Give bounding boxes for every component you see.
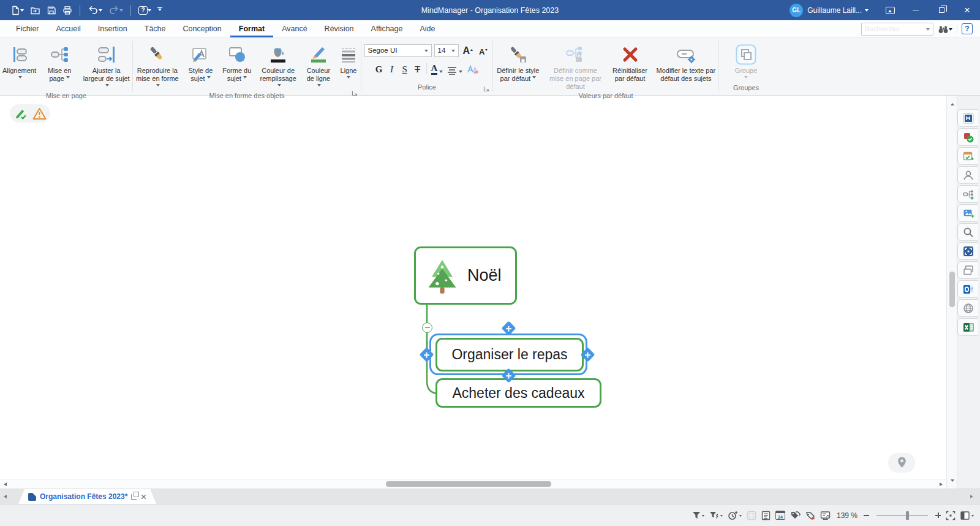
customize-quick-access-button[interactable] xyxy=(154,2,165,18)
icon-view-button[interactable] xyxy=(805,511,815,520)
search-input[interactable] xyxy=(865,25,926,32)
save-button[interactable] xyxy=(43,2,59,18)
tab-tache[interactable]: Tâche xyxy=(136,20,175,37)
font-size-select[interactable]: 14 xyxy=(434,44,459,57)
search-box[interactable] xyxy=(861,23,933,36)
presentation-view-button[interactable] xyxy=(820,511,831,520)
horizontal-scrollbar-thumb[interactable] xyxy=(386,481,551,487)
scroll-down-arrow[interactable] xyxy=(947,476,957,486)
minimize-button[interactable] xyxy=(903,0,929,20)
vertical-scrollbar[interactable] xyxy=(946,96,957,489)
zoom-slider-handle[interactable] xyxy=(906,511,909,520)
ajuster-largeur-button[interactable]: Ajuster la largeur de sujet xyxy=(80,41,132,92)
panel-layout-button[interactable] xyxy=(960,511,974,520)
print-button[interactable] xyxy=(59,2,75,18)
dialog-launcher-icon[interactable] xyxy=(352,90,358,97)
italic-button[interactable]: I xyxy=(386,62,398,75)
close-tab-icon[interactable] xyxy=(140,492,146,502)
collapse-branch-button[interactable] xyxy=(422,322,432,333)
restore-button[interactable] xyxy=(929,0,954,20)
map-markers-pane-button[interactable] xyxy=(957,128,978,146)
snippets-pane-button[interactable] xyxy=(957,261,978,279)
dialog-launcher-icon[interactable] xyxy=(483,86,489,93)
mise-en-page-button[interactable]: Mise en page xyxy=(40,41,79,84)
map-pin-badge[interactable] xyxy=(888,453,915,473)
horizontal-scrollbar[interactable] xyxy=(0,479,946,489)
scroll-left-arrow[interactable] xyxy=(0,479,10,489)
new-document-button[interactable] xyxy=(7,2,27,18)
tab-conception[interactable]: Conception xyxy=(175,20,230,37)
chevron-down-icon xyxy=(347,76,350,80)
reinitialiser-defaut-button[interactable]: Réinitialiser par défaut xyxy=(608,41,652,84)
vertical-scrollbar-thumb[interactable] xyxy=(949,272,955,307)
map-canvas[interactable]: Noël Organiser le repas Acheter des cade… xyxy=(0,96,946,489)
forme-du-sujet-button[interactable]: Forme du sujet xyxy=(219,41,254,84)
dice-view-button[interactable] xyxy=(747,511,756,520)
tab-avance[interactable]: Avancé xyxy=(273,20,315,37)
open-in-window-icon[interactable] xyxy=(131,494,137,500)
find-button[interactable] xyxy=(938,25,952,34)
search-pane-button[interactable] xyxy=(957,223,978,241)
bold-button[interactable]: G xyxy=(373,62,385,75)
panel-expand-arrow[interactable] xyxy=(970,495,975,498)
clear-formatting-button[interactable] xyxy=(465,62,481,75)
text-align-button[interactable] xyxy=(445,62,464,75)
zoom-in-button[interactable] xyxy=(935,513,941,518)
outline-view-button[interactable] xyxy=(761,511,771,520)
refresh-schedule-button[interactable] xyxy=(728,511,742,520)
browser-pane-button[interactable] xyxy=(957,299,978,317)
user-menu-chevron-icon[interactable] xyxy=(865,9,869,13)
close-button[interactable] xyxy=(954,0,980,20)
zoom-slider[interactable] xyxy=(876,515,928,516)
strikethrough-button[interactable]: T xyxy=(412,62,424,75)
outlook-pane-button[interactable] xyxy=(957,280,978,298)
font-color-button[interactable]: A xyxy=(429,62,445,75)
library-pane-button[interactable] xyxy=(957,204,978,222)
alignement-button[interactable]: Alignement xyxy=(0,41,39,84)
zoom-out-button[interactable] xyxy=(864,515,869,516)
document-tab-active[interactable]: Organisation Fêtes 2023* xyxy=(18,489,156,504)
undo-button[interactable] xyxy=(85,2,105,18)
ribbon-display-options-button[interactable] xyxy=(877,0,903,20)
resources-pane-button[interactable] xyxy=(957,166,978,184)
modifier-texte-defaut-button[interactable]: Modifier le texte par défaut des sujets xyxy=(654,41,718,84)
task-info-pane-button[interactable] xyxy=(957,147,978,165)
definir-style-defaut-button[interactable]: Définir le style par défaut xyxy=(493,41,543,84)
scroll-right-arrow[interactable] xyxy=(937,479,946,489)
decrease-font-button[interactable]: A xyxy=(477,44,489,57)
reproduire-mise-en-forme-button[interactable]: Reproduire la mise en forme xyxy=(133,41,182,92)
increase-font-button[interactable]: A xyxy=(461,44,475,57)
topic-acheter-des-cadeaux[interactable]: Acheter des cadeaux xyxy=(435,378,601,408)
excel-pane-button[interactable] xyxy=(957,318,978,336)
schedule-view-button[interactable]: 24 xyxy=(775,511,785,520)
couleur-ligne-button[interactable]: Couleur de ligne xyxy=(302,41,335,92)
ligne-button[interactable]: Ligne xyxy=(336,41,361,84)
couleur-remplissage-button[interactable]: Couleur de remplissage xyxy=(255,41,300,92)
font-family-select[interactable]: Segoe UI xyxy=(364,44,432,57)
tab-fichier[interactable]: Fichier xyxy=(7,20,48,37)
help-icon[interactable]: ? xyxy=(962,23,973,34)
map-parts-pane-button[interactable] xyxy=(957,185,978,203)
tab-scroll-left-arrow[interactable] xyxy=(0,489,10,504)
tab-revision[interactable]: Révision xyxy=(316,20,363,37)
help-button[interactable]: ? xyxy=(135,2,154,18)
avatar[interactable]: GL xyxy=(790,4,803,17)
tab-affichage[interactable]: Affichage xyxy=(363,20,412,37)
underline-button[interactable]: S xyxy=(399,62,411,75)
fit-map-pane-button[interactable] xyxy=(957,242,978,260)
tab-accueil[interactable]: Accueil xyxy=(48,20,89,37)
tab-insertion[interactable]: Insertion xyxy=(89,20,136,37)
search-dropdown-icon[interactable] xyxy=(926,28,930,32)
open-button[interactable] xyxy=(27,2,43,18)
scroll-up-arrow[interactable] xyxy=(947,99,957,109)
redo-button[interactable] xyxy=(105,2,126,18)
style-de-sujet-button[interactable]: Style de sujet xyxy=(183,41,218,84)
map-index-pane-button[interactable] xyxy=(957,109,978,127)
fit-map-button[interactable] xyxy=(946,511,956,520)
tab-aide[interactable]: Aide xyxy=(411,20,443,37)
topic-organiser-le-repas[interactable]: Organiser le repas xyxy=(435,338,584,372)
tag-view-button[interactable] xyxy=(790,511,801,520)
tab-format[interactable]: Format xyxy=(230,20,273,37)
filter-button[interactable] xyxy=(692,511,704,519)
power-filter-button[interactable] xyxy=(709,511,723,519)
